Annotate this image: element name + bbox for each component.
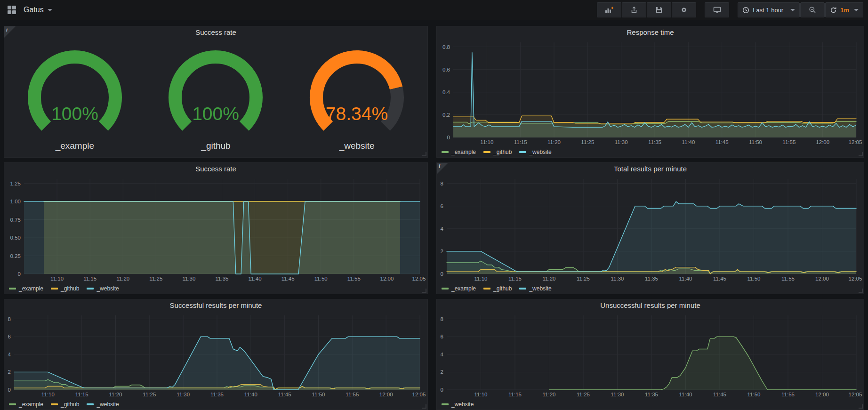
svg-text:12:05: 12:05 (849, 276, 862, 281)
save-dashboard-button[interactable] (647, 2, 671, 17)
panel-total-results: Total results per minute 11:1011:1511:20… (436, 162, 864, 294)
refresh-picker[interactable]: 1m (825, 2, 863, 17)
svg-text:11:35: 11:35 (645, 392, 658, 397)
svg-text:11:45: 11:45 (715, 139, 729, 145)
svg-text:11:15: 11:15 (514, 139, 527, 145)
dashboard-title-dropdown[interactable]: Gatus (24, 6, 52, 14)
gauge-website[interactable]: 78.34%_website (287, 45, 427, 151)
svg-text:11:50: 11:50 (314, 276, 328, 281)
time-range-label: Last 1 hour (753, 7, 783, 14)
legend-item-github[interactable]: _github (483, 149, 512, 155)
legend-series-dash (87, 288, 94, 289)
gauge-label: _github (201, 141, 230, 151)
svg-text:12:05: 12:05 (849, 139, 862, 145)
gauge-example[interactable]: 100%_example (5, 45, 145, 151)
svg-text:11:40: 11:40 (679, 276, 692, 281)
navbar-left: Gatus (0, 5, 52, 15)
refresh-interval-label: 1m (840, 7, 849, 14)
chevron-down-icon (790, 9, 795, 11)
legend-item-website[interactable]: _website (519, 285, 551, 292)
chevron-down-icon (854, 9, 859, 11)
svg-text:11:20: 11:20 (116, 276, 129, 281)
panel-title[interactable]: Unsuccessful results per minute (437, 299, 864, 312)
add-panel-button[interactable] (597, 2, 621, 17)
svg-text:11:10: 11:10 (474, 392, 488, 397)
panel-title[interactable]: Success rate (4, 26, 427, 39)
svg-text:0: 0 (8, 387, 11, 393)
legend-item-example[interactable]: _example (9, 285, 43, 292)
zoom-out-button[interactable] (800, 2, 825, 17)
panel-title[interactable]: Total results per minute (437, 163, 864, 175)
svg-text:4: 4 (441, 226, 444, 232)
svg-text:6: 6 (8, 334, 11, 339)
chart-legend: _example_github_website (437, 147, 864, 157)
panel-info-icon[interactable] (437, 163, 448, 174)
unsuccessful-results-plot[interactable]: 11:1011:1511:2011:2511:3011:3511:4011:45… (437, 312, 864, 399)
share-dashboard-button[interactable] (622, 2, 646, 17)
svg-text:11:30: 11:30 (182, 276, 195, 281)
panel-title[interactable]: Success rate (4, 163, 427, 175)
legend-series-dash (442, 403, 449, 405)
legend-item-website[interactable]: _website (87, 285, 119, 292)
legend-item-website[interactable]: _website (519, 149, 551, 155)
svg-text:11:15: 11:15 (508, 392, 522, 397)
svg-text:11:40: 11:40 (682, 139, 695, 145)
legend-item-website[interactable]: _website (442, 401, 474, 408)
time-range-picker[interactable]: Last 1 hour (738, 2, 800, 17)
clock-icon (742, 7, 749, 14)
legend-series-dash (87, 403, 94, 405)
legend-series-label: _website (96, 401, 119, 408)
legend-series-label: _github (61, 401, 79, 408)
svg-text:11:25: 11:25 (581, 139, 594, 145)
legend-series-label: _website (451, 401, 474, 408)
panel-info-icon[interactable] (4, 26, 16, 38)
svg-text:11:55: 11:55 (346, 392, 359, 397)
total-results-plot[interactable]: 11:1011:1511:2011:2511:3011:3511:4011:45… (437, 175, 864, 283)
legend-series-label: _website (529, 285, 551, 292)
svg-text:11:10: 11:10 (50, 276, 64, 281)
legend-series-dash (519, 288, 526, 289)
successful-results-plot[interactable]: 11:1011:1511:2011:2511:3011:3511:4011:45… (4, 312, 427, 399)
success-rate-plot[interactable]: 11:1011:1511:2011:2511:3011:3511:4011:45… (4, 175, 427, 283)
legend-series-label: _example (451, 285, 476, 292)
panel-title[interactable]: Response time (437, 26, 864, 39)
legend-series-dash (442, 288, 449, 289)
navbar: Gatus (0, 0, 868, 20)
legend-item-website[interactable]: _website (87, 401, 119, 408)
dashboard-settings-button[interactable] (672, 2, 696, 17)
legend-series-label: _example (19, 285, 43, 292)
svg-text:11:30: 11:30 (611, 392, 624, 397)
chart-legend: _website (437, 399, 864, 410)
panel-title[interactable]: Successful results per minute (4, 299, 427, 312)
svg-text:11:40: 11:40 (244, 392, 257, 397)
gauge-github[interactable]: 100%_github (146, 45, 286, 151)
svg-text:4: 4 (441, 352, 444, 357)
gauge-row[interactable]: 100%_example100%_github78.34%_website (4, 39, 427, 157)
legend-item-example[interactable]: _example (9, 401, 43, 408)
svg-text:11:45: 11:45 (278, 392, 291, 397)
legend-item-example[interactable]: _example (442, 149, 476, 155)
cycle-view-mode-button[interactable] (705, 2, 729, 17)
legend-item-example[interactable]: _example (442, 285, 476, 292)
svg-text:8: 8 (8, 316, 11, 322)
svg-text:2: 2 (441, 249, 443, 254)
gear-icon (680, 6, 688, 14)
legend-series-label: _website (529, 149, 551, 155)
apps-grid-icon[interactable] (7, 5, 17, 15)
legend-item-github[interactable]: _github (51, 285, 79, 292)
response-time-plot[interactable]: 11:1011:1511:2011:2511:3011:3511:4011:45… (437, 39, 864, 147)
svg-text:11:45: 11:45 (713, 276, 726, 281)
legend-series-dash (51, 288, 58, 289)
gauge-label: _example (56, 141, 94, 151)
svg-text:11:45: 11:45 (713, 392, 726, 397)
chart-legend: _example_github_website (437, 283, 864, 294)
legend-item-github[interactable]: _github (483, 285, 512, 292)
navbar-toolbar: Last 1 hour 1m (595, 2, 868, 17)
svg-text:8: 8 (441, 181, 443, 186)
svg-text:11:35: 11:35 (216, 276, 229, 281)
svg-text:11:45: 11:45 (281, 276, 295, 281)
svg-text:6: 6 (441, 203, 443, 209)
svg-text:11:35: 11:35 (210, 392, 224, 397)
legend-item-github[interactable]: _github (51, 401, 79, 408)
svg-text:11:55: 11:55 (347, 276, 361, 281)
